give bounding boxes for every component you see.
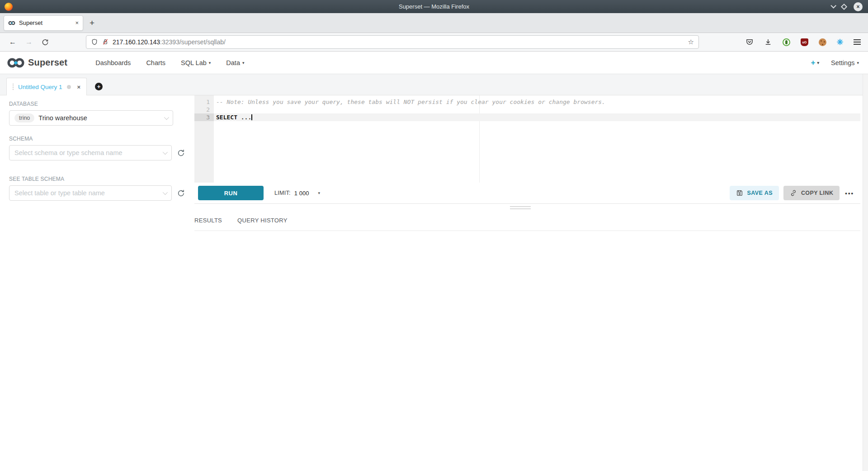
asterisk-extension-icon[interactable]: ✳	[837, 38, 843, 47]
url-text[interactable]: 217.160.120.143:32393/superset/sqllab/	[113, 38, 684, 46]
nav-data[interactable]: Data▾	[226, 59, 244, 66]
line-number: 1	[194, 98, 214, 106]
copy-link-button[interactable]: COPY LINK	[783, 186, 840, 200]
window-title: Superset — Mozilla Firefox	[0, 3, 868, 10]
new-item-button[interactable]: +▾	[811, 58, 819, 67]
bookmark-star-icon[interactable]: ☆	[688, 38, 694, 46]
limit-label: LIMIT:	[274, 190, 291, 196]
tab-results[interactable]: RESULTS	[194, 217, 222, 224]
brand-name: Superset	[28, 57, 67, 68]
url-bar[interactable]: 217.160.120.143:32393/superset/sqllab/ ☆	[86, 35, 699, 49]
browser-toolbar: ← → 217.160.120.143:32393/superset/sqlla…	[0, 33, 868, 52]
caret-down-icon: ▾	[857, 61, 859, 65]
editor-line[interactable]: 1 -- Note: Unless you save your query, t…	[194, 98, 860, 106]
caret-down-icon: ▾	[318, 191, 320, 195]
cookie-extension-icon[interactable]	[819, 38, 826, 46]
nav-sql-lab[interactable]: SQL Lab▾	[181, 59, 211, 66]
superset-brand[interactable]: Superset	[7, 57, 67, 69]
query-tab-bar: Untitled Query 1 × +	[0, 74, 868, 95]
downloads-icon[interactable]	[764, 38, 772, 46]
pocket-icon[interactable]	[745, 38, 754, 46]
line-number: 2	[194, 106, 214, 113]
browser-tabstrip: Superset × +	[0, 13, 868, 33]
more-actions-icon[interactable]: •••	[845, 190, 854, 197]
back-icon[interactable]: ←	[7, 38, 18, 46]
chevron-down-icon	[163, 190, 168, 195]
sqllab-sidebar: DATABASE trino Trino warehouse SCHEMA Se…	[0, 95, 194, 471]
superset-navbar: Superset Dashboards Charts SQL Lab▾ Data…	[0, 52, 868, 74]
sql-keyword: SELECT	[216, 114, 237, 121]
sql-code-editor[interactable]: 1 -- Note: Unless you save your query, t…	[194, 95, 860, 183]
database-select[interactable]: trino Trino warehouse	[9, 110, 173, 126]
database-value: Trino warehouse	[38, 114, 87, 122]
chevron-down-icon	[163, 150, 168, 155]
browser-tab-title: Superset	[19, 19, 71, 26]
nav-dashboards[interactable]: Dashboards	[95, 59, 131, 66]
url-path: :32393/superset/sqllab/	[160, 38, 226, 46]
caret-down-icon: ▾	[209, 61, 211, 65]
insecure-lock-icon[interactable]	[102, 38, 109, 46]
url-host: 217.160.120.143	[113, 38, 160, 46]
extension-green-icon[interactable]	[783, 38, 790, 46]
pane-splitter[interactable]	[194, 204, 860, 211]
line-number: 3	[194, 113, 214, 121]
maximize-icon[interactable]	[841, 3, 847, 9]
table-placeholder: Select table or type table name	[14, 189, 105, 197]
add-query-tab-icon[interactable]: +	[95, 83, 103, 90]
query-tab-title[interactable]: Untitled Query 1	[18, 84, 62, 90]
sql-text: ...	[237, 114, 251, 121]
save-icon	[736, 189, 743, 197]
settings-menu[interactable]: Settings▾	[831, 59, 859, 66]
superset-favicon-icon	[8, 20, 15, 26]
superset-logo-icon	[7, 57, 25, 69]
chevron-down-icon	[164, 115, 169, 120]
refresh-schemas-icon[interactable]	[177, 149, 185, 157]
splitter-grip-icon[interactable]	[510, 206, 531, 211]
browser-tab[interactable]: Superset ×	[4, 15, 83, 31]
query-tab[interactable]: Untitled Query 1 ×	[6, 78, 87, 95]
forward-icon: →	[24, 38, 34, 46]
caret-down-icon: ▾	[242, 61, 245, 65]
text-cursor	[251, 114, 252, 120]
limit-value: 1 000	[294, 190, 309, 197]
nav-charts[interactable]: Charts	[146, 59, 165, 66]
page-scrollbar[interactable]	[863, 74, 868, 471]
menu-icon[interactable]	[854, 42, 861, 42]
database-label: DATABASE	[9, 101, 185, 107]
limit-dropdown[interactable]: LIMIT: 1 000 ▾	[274, 190, 320, 197]
tab-query-history[interactable]: QUERY HISTORY	[237, 217, 288, 224]
new-tab-icon[interactable]: +	[90, 18, 94, 28]
window-close-icon[interactable]: ×	[854, 2, 863, 11]
schema-select[interactable]: Select schema or type schema name	[9, 145, 172, 160]
schema-placeholder: Select schema or type schema name	[14, 149, 123, 156]
query-status-dot	[67, 85, 71, 89]
link-icon	[790, 189, 797, 197]
editor-toolbar: RUN LIMIT: 1 000 ▾ SAVE AS	[194, 183, 860, 204]
minimize-icon[interactable]	[830, 3, 836, 9]
database-type-badge: trino	[14, 113, 34, 122]
sql-comment: -- Note: Unless you save your query, the…	[214, 98, 860, 106]
table-schema-label: SEE TABLE SCHEMA	[9, 176, 185, 182]
drag-handle-icon[interactable]	[13, 84, 14, 85]
run-button[interactable]: RUN	[198, 186, 264, 200]
shield-permissions-icon[interactable]	[91, 38, 98, 46]
refresh-tables-icon[interactable]	[177, 189, 185, 198]
reload-icon[interactable]	[40, 38, 51, 46]
ublock-origin-icon[interactable]: uO	[801, 38, 808, 46]
tab-close-icon[interactable]: ×	[75, 19, 79, 26]
editor-line[interactable]: 2	[194, 106, 860, 113]
query-tab-close-icon[interactable]: ×	[77, 84, 81, 90]
results-tab-bar: RESULTS QUERY HISTORY	[194, 211, 860, 231]
window-titlebar[interactable]: Superset — Mozilla Firefox ×	[0, 0, 868, 13]
caret-down-icon: ▾	[817, 61, 820, 65]
sql-editor-pane: 1 -- Note: Unless you save your query, t…	[194, 95, 860, 471]
schema-label: SCHEMA	[9, 136, 185, 142]
table-select[interactable]: Select table or type table name	[9, 185, 172, 201]
editor-line-active[interactable]: 3 SELECT ...	[194, 113, 860, 121]
save-as-button[interactable]: SAVE AS	[730, 186, 779, 200]
